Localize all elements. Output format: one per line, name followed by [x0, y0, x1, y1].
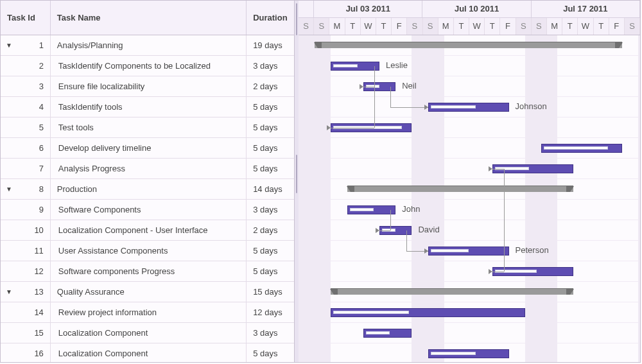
task-name-cell[interactable]: TaskIdentify Components to be Localized	[51, 56, 247, 76]
task-duration-cell: 5 days	[247, 138, 294, 158]
task-name-cell[interactable]: User Assistance Components	[51, 241, 247, 261]
task-name-cell[interactable]: Software Components	[51, 200, 247, 220]
task-row[interactable]: 9Software Components3 days	[1, 200, 294, 220]
task-row[interactable]: 11User Assistance Components5 days	[1, 241, 294, 261]
task-bar[interactable]	[363, 329, 412, 338]
task-name-cell[interactable]: Develop delivery timeline	[51, 138, 247, 158]
task-duration-cell: 2 days	[247, 220, 294, 240]
timeline-week-cell	[299, 1, 314, 17]
expand-collapse-icon[interactable]: ▼	[6, 288, 12, 295]
task-id-cell: 3	[1, 76, 51, 96]
task-name-cell[interactable]: Review project information	[51, 302, 247, 322]
dependency-line	[504, 169, 505, 251]
timeline-day-cell: T	[376, 18, 392, 35]
task-id-label: 9	[39, 205, 44, 214]
summary-bar[interactable]	[347, 186, 574, 192]
dependency-line	[374, 66, 375, 128]
task-bar[interactable]	[428, 103, 509, 112]
dependency-arrow-icon	[424, 105, 428, 110]
task-bar[interactable]	[428, 247, 509, 256]
task-name-cell[interactable]: Test tools	[51, 117, 247, 137]
task-name-cell[interactable]: Software components Progress	[51, 261, 247, 281]
dependency-arrow-icon	[424, 248, 428, 254]
task-row[interactable]: 14Review project information12 days	[1, 302, 294, 323]
dependency-line	[379, 230, 390, 231]
gantt-row: Neil	[299, 76, 640, 97]
dependency-line	[390, 210, 391, 230]
dependency-arrow-icon	[327, 125, 331, 130]
task-row[interactable]: 16Localization Component5 days	[1, 343, 294, 362]
task-name-cell[interactable]: Ensure file localizability	[51, 76, 247, 96]
task-row[interactable]: 5Test tools5 days	[1, 117, 294, 138]
summary-bar[interactable]	[315, 42, 622, 48]
gantt-row: Peterson	[299, 241, 640, 261]
timeline-day-cell: M	[329, 18, 345, 35]
col-header-name[interactable]: Task Name	[51, 1, 247, 35]
timeline-day-cell: T	[594, 18, 609, 35]
timeline-day-cell: W	[469, 18, 485, 35]
gantt-chart-body[interactable]: LeslieNeilJohnsonJohnDavidPeterson	[299, 35, 640, 362]
progress-indicator	[333, 64, 357, 67]
gantt-row: John	[299, 200, 640, 220]
task-bar[interactable]	[541, 144, 622, 153]
dependency-arrow-icon	[376, 228, 379, 233]
task-name-cell[interactable]: Production	[51, 179, 247, 199]
progress-indicator	[431, 105, 476, 108]
task-bar[interactable]	[428, 349, 509, 358]
task-row[interactable]: ▼1Analysis/Planning19 days	[1, 35, 294, 56]
task-id-cell: 12	[1, 261, 51, 281]
task-row[interactable]: ▼13Quality Assurance15 days	[1, 282, 294, 302]
task-id-cell: 9	[1, 200, 51, 220]
timeline-week-cell: Jul 03 2011	[314, 1, 422, 17]
task-row[interactable]: 7Analysis Progress5 days	[1, 159, 294, 179]
task-name-cell[interactable]: Localization Component - User Interface	[51, 220, 247, 240]
task-row[interactable]: 15Localization Component3 days	[1, 323, 294, 343]
resource-label: David	[418, 225, 439, 234]
col-header-duration[interactable]: Duration	[247, 1, 294, 35]
task-name-cell[interactable]: Quality Assurance	[51, 282, 247, 302]
dependency-line	[406, 230, 407, 251]
timeline-day-cell: S	[299, 18, 314, 35]
timeline-week-cell: Jul 17 2011	[532, 1, 640, 17]
task-bar[interactable]	[492, 164, 573, 173]
task-bar[interactable]	[492, 267, 573, 276]
expand-collapse-icon[interactable]: ▼	[6, 186, 12, 193]
grid-header: Task Id Task Name Duration	[1, 1, 294, 35]
task-id-label: 5	[39, 123, 44, 132]
task-row[interactable]: 10Localization Component - User Interfac…	[1, 220, 294, 241]
dependency-arrow-icon	[360, 84, 363, 89]
summary-bar[interactable]	[331, 288, 573, 295]
task-row[interactable]: ▼8Production14 days	[1, 179, 294, 200]
gantt-row	[299, 35, 640, 56]
task-duration-cell: 5 days	[247, 117, 294, 137]
task-name-cell[interactable]: Analysis Progress	[51, 159, 247, 178]
task-bar[interactable]	[331, 62, 379, 71]
task-id-cell: ▼13	[1, 282, 51, 302]
gantt-row	[299, 138, 640, 159]
task-row[interactable]: 12Software components Progress5 days	[1, 261, 294, 282]
dependency-line	[492, 169, 503, 169]
task-id-cell: 11	[1, 241, 51, 261]
task-row[interactable]: 2TaskIdentify Components to be Localized…	[1, 56, 294, 76]
task-name-cell[interactable]: Localization Component	[51, 323, 247, 343]
task-id-label: 12	[34, 266, 43, 276]
resource-label: Leslie	[386, 60, 408, 70]
col-header-id[interactable]: Task Id	[1, 1, 51, 35]
task-row[interactable]: 4TaskIdentify tools5 days	[1, 97, 294, 117]
gantt-row	[299, 179, 640, 200]
task-id-cell: 2	[1, 56, 51, 76]
task-row[interactable]: 3Ensure file localizability2 days	[1, 76, 294, 97]
task-id-cell: 7	[1, 159, 51, 178]
task-name-cell[interactable]: Analysis/Planning	[51, 35, 247, 55]
task-name-cell[interactable]: TaskIdentify tools	[51, 97, 247, 117]
task-bar[interactable]	[331, 308, 525, 317]
expand-collapse-icon[interactable]: ▼	[6, 42, 12, 49]
task-bar[interactable]	[347, 205, 396, 214]
dependency-arrow-icon	[489, 166, 492, 171]
gantt-container: Task Id Task Name Duration ▼1Analysis/Pl…	[0, 0, 641, 363]
gantt-row: Johnson	[299, 97, 640, 117]
task-grid-panel: Task Id Task Name Duration ▼1Analysis/Pl…	[1, 1, 295, 362]
task-row[interactable]: 6Develop delivery timeline5 days	[1, 138, 294, 159]
task-id-label: 3	[39, 82, 44, 91]
task-name-cell[interactable]: Localization Component	[51, 343, 247, 362]
